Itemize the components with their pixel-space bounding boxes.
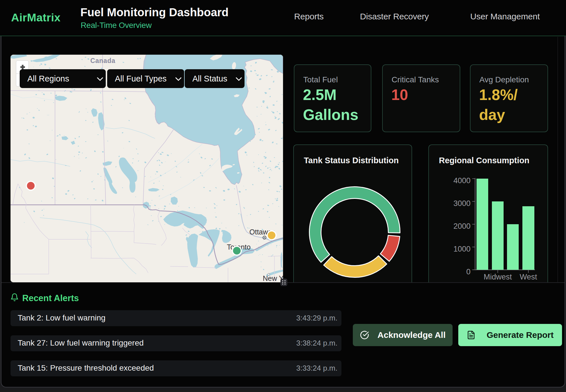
svg-text:Midwest: Midwest (484, 273, 512, 281)
svg-text:2000: 2000 (453, 222, 471, 230)
svg-text:West: West (520, 273, 537, 281)
svg-text:New York: New York (263, 274, 283, 282)
svg-text:1000: 1000 (453, 245, 471, 253)
svg-text:4000: 4000 (453, 176, 471, 185)
svg-text:0: 0 (466, 268, 471, 276)
svg-text:Canada: Canada (90, 57, 115, 64)
svg-text:3000: 3000 (453, 199, 471, 208)
